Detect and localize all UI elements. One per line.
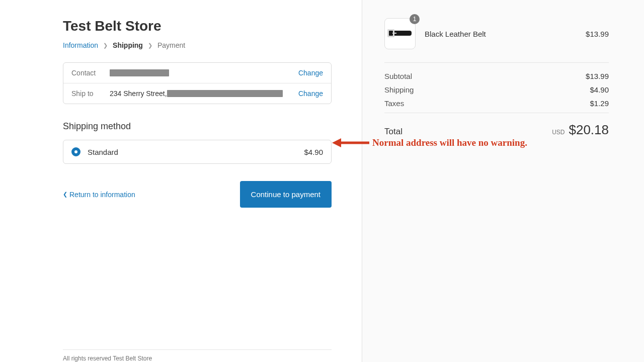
arrow-left-icon — [332, 137, 369, 149]
total-currency: USD — [552, 129, 565, 136]
breadcrumb-payment: Payment — [157, 41, 185, 49]
review-shipto-row: Ship to 234 Sherry Street, Change — [63, 83, 331, 104]
chevron-right-icon: ❯ — [103, 42, 108, 49]
divider — [384, 62, 609, 63]
belt-icon — [387, 25, 413, 43]
subtotal-row: Subtotal $13.99 — [384, 72, 609, 80]
total-row: Total USD$20.18 — [384, 122, 609, 138]
order-summary-pane: 1 Black Leather Belt $13.99 Subtotal $13… — [362, 0, 644, 362]
subtotal-label: Subtotal — [384, 72, 412, 80]
shipping-method-heading: Shipping method — [63, 121, 332, 132]
store-title: Test Belt Store — [63, 18, 332, 34]
continue-to-payment-button[interactable]: Continue to payment — [240, 181, 332, 208]
cart-item: 1 Black Leather Belt $13.99 — [384, 18, 609, 49]
total-label: Total — [384, 127, 403, 137]
taxes-row: Taxes $1.29 — [384, 99, 609, 108]
review-box: Contact Change Ship to 234 Sherry Street… — [63, 62, 332, 104]
taxes-value: $1.29 — [590, 99, 609, 108]
shipto-prefix: 234 Sherry Street, — [110, 89, 167, 98]
contact-value — [110, 69, 290, 76]
footer: All rights reserved Test Belt Store — [63, 349, 332, 362]
footer-text: All rights reserved Test Belt Store — [63, 355, 152, 362]
breadcrumb-shipping: Shipping — [113, 41, 143, 49]
shipping-option-price: $4.90 — [304, 148, 323, 156]
cart-item-name: Black Leather Belt — [425, 30, 577, 38]
shipto-label: Ship to — [71, 89, 102, 98]
total-value-wrap: USD$20.18 — [552, 122, 609, 138]
return-link-label: Return to information — [69, 191, 135, 199]
subtotal-value: $13.99 — [586, 72, 609, 80]
breadcrumb: Information ❯ Shipping ❯ Payment — [63, 41, 332, 49]
cart-item-thumb-wrap: 1 — [384, 18, 416, 49]
annotation: Normal address will have no warning. — [332, 137, 527, 149]
action-row: ❮ Return to information Continue to paym… — [63, 181, 332, 208]
svg-rect-2 — [389, 31, 393, 36]
breadcrumb-information[interactable]: Information — [63, 41, 98, 49]
annotation-text: Normal address will have no warning. — [372, 137, 527, 148]
taxes-label: Taxes — [384, 99, 404, 108]
contact-label: Contact — [71, 69, 102, 77]
divider — [384, 113, 609, 113]
svg-rect-3 — [392, 33, 396, 34]
shipping-value: $4.90 — [590, 85, 609, 94]
total-value: $20.18 — [569, 122, 609, 137]
return-to-information-link[interactable]: ❮ Return to information — [63, 191, 135, 199]
change-shipto-link[interactable]: Change — [298, 89, 323, 98]
chevron-left-icon: ❮ — [63, 191, 67, 198]
checkout-main: Test Belt Store Information ❯ Shipping ❯… — [0, 0, 362, 362]
shipping-option-name: Standard — [88, 148, 297, 156]
shipto-value: 234 Sherry Street, — [110, 89, 290, 98]
cart-item-price: $13.99 — [586, 30, 609, 38]
shipping-label: Shipping — [384, 85, 414, 94]
change-contact-link[interactable]: Change — [298, 69, 323, 77]
chevron-right-icon: ❯ — [148, 42, 152, 49]
shipping-row: Shipping $4.90 — [384, 85, 609, 94]
review-contact-row: Contact Change — [63, 63, 331, 83]
shipping-option-standard[interactable]: Standard $4.90 — [63, 140, 332, 164]
radio-selected-icon — [71, 147, 80, 156]
cart-item-qty-badge: 1 — [410, 14, 420, 24]
svg-marker-5 — [332, 138, 341, 147]
redacted-text — [110, 69, 169, 76]
redacted-text — [167, 90, 283, 97]
